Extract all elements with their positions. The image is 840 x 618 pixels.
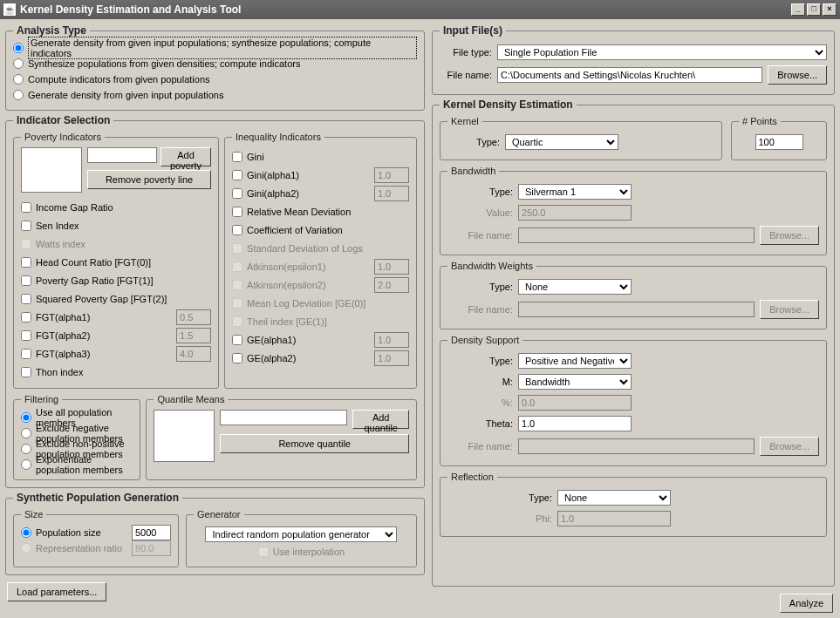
bww-browse-button: Browse... <box>760 300 819 319</box>
poverty-item-5[interactable]: Squared Poverty Gap [FGT(2)] <box>21 291 211 307</box>
maximize-button[interactable]: □ <box>807 3 821 16</box>
bw-value-label: Value: <box>447 207 513 218</box>
sup-filename-label: File name: <box>447 441 513 452</box>
add-quantile-button[interactable]: Add quantile <box>352 410 409 429</box>
pop-size-option[interactable]: Population size <box>21 525 171 540</box>
inequality-checkbox-4[interactable] <box>232 225 242 235</box>
analysis-option-0[interactable]: Generate density from given input popula… <box>13 40 417 56</box>
sup-m-select[interactable]: Bandwidth <box>518 374 632 390</box>
inequality-value-7 <box>374 277 409 293</box>
inequality-item-4[interactable]: Coefficient of Variation <box>232 222 409 238</box>
poverty-item-1[interactable]: Sen Index <box>21 218 211 234</box>
inequality-indicators-group: Inequality Indicators GiniGini(alpha1)Gi… <box>224 132 417 389</box>
filter-label-3: Exponentiate population members <box>36 454 133 475</box>
poverty-checkbox-1[interactable] <box>21 221 31 231</box>
poverty-checkbox-3[interactable] <box>21 257 31 268</box>
poverty-checkbox-6[interactable] <box>21 312 31 323</box>
analysis-radio-0[interactable] <box>13 43 24 53</box>
kernel-legend: Kernel <box>447 116 482 126</box>
indicator-selection-legend: Indicator Selection <box>13 114 113 126</box>
filter-option-3[interactable]: Exponentiate population members <box>21 457 133 472</box>
quantile-listbox[interactable] <box>154 410 215 462</box>
inequality-legend: Inequality Indicators <box>232 132 324 142</box>
pop-size-radio[interactable] <box>21 527 31 538</box>
poverty-label-0: Income Gap Ratio <box>36 202 113 213</box>
size-group: Size Population size Representation rati… <box>13 509 179 567</box>
load-parameters-button[interactable]: Load parameters... <box>7 582 106 601</box>
filtering-group: Filtering Use all population members Exc… <box>13 394 140 480</box>
inequality-item-5: Standard Deviation of Logs <box>232 241 409 256</box>
filter-radio-0[interactable] <box>21 412 31 423</box>
close-button[interactable]: × <box>823 3 837 16</box>
sup-type-label: Type: <box>447 356 513 366</box>
poverty-line-input[interactable] <box>87 147 157 163</box>
add-poverty-line-button[interactable]: Add poverty line <box>160 147 211 166</box>
file-name-input[interactable] <box>497 67 762 83</box>
minimize-button[interactable]: _ <box>791 3 805 16</box>
inequality-value-1 <box>374 167 409 183</box>
poverty-item-9[interactable]: Thon index <box>21 364 211 380</box>
inequality-item-0[interactable]: Gini <box>232 149 409 165</box>
filter-radio-3[interactable] <box>21 459 31 470</box>
inequality-checkbox-10[interactable] <box>232 335 242 345</box>
inequality-item-10[interactable]: GE(alpha1) <box>232 332 374 348</box>
inequality-checkbox-3[interactable] <box>232 207 242 217</box>
poverty-checkbox-9[interactable] <box>21 367 31 377</box>
inequality-item-11[interactable]: GE(alpha2) <box>232 350 374 366</box>
points-legend: # Points <box>739 116 781 126</box>
inequality-item-1[interactable]: Gini(alpha1) <box>232 167 374 183</box>
inequality-checkbox-9 <box>232 316 242 327</box>
poverty-item-7[interactable]: FGT(alpha2) <box>21 328 176 343</box>
sup-theta-input[interactable] <box>518 416 632 431</box>
poverty-checkbox-8[interactable] <box>21 349 31 359</box>
inequality-checkbox-11[interactable] <box>232 353 242 363</box>
inequality-checkbox-0[interactable] <box>232 152 242 162</box>
filter-radio-1[interactable] <box>21 428 31 438</box>
points-input[interactable] <box>755 134 803 150</box>
analysis-option-3[interactable]: Generate density from given input popula… <box>13 87 417 103</box>
density-support-group: Density Support Type: Positive and Negat… <box>440 335 827 466</box>
analysis-radio-3[interactable] <box>13 90 24 100</box>
analysis-radio-2[interactable] <box>13 74 24 85</box>
pop-size-input[interactable] <box>132 525 171 540</box>
refl-type-select[interactable]: None <box>557 490 671 506</box>
file-browse-button[interactable]: Browse... <box>768 65 827 85</box>
kde-legend: Kernel Density Estimation <box>440 98 577 111</box>
filter-radio-2[interactable] <box>21 444 31 454</box>
rep-ratio-label: Representation ratio <box>36 543 127 553</box>
refl-type-label: Type: <box>500 492 552 503</box>
analysis-radio-1[interactable] <box>13 58 24 69</box>
analysis-label-0: Generate density from given input popula… <box>28 37 417 59</box>
poverty-checkbox-4[interactable] <box>21 275 31 286</box>
kernel-type-select[interactable]: Quartic <box>505 134 618 150</box>
quantile-means-group: Quantile Means Add quantile Remove quant… <box>146 394 417 480</box>
inequality-checkbox-1[interactable] <box>232 170 242 180</box>
inequality-label-4: Coefficient of Variation <box>247 225 343 235</box>
inequality-checkbox-8 <box>232 298 242 309</box>
poverty-item-3[interactable]: Head Count Ratio [FGT(0)] <box>21 255 211 270</box>
poverty-item-6[interactable]: FGT(alpha1) <box>21 309 176 325</box>
kernel-group: Kernel Type: Quartic <box>440 116 722 160</box>
analyze-button[interactable]: Analyze <box>780 594 833 613</box>
generator-select[interactable]: Indirect random population generator <box>205 526 397 542</box>
inequality-item-2[interactable]: Gini(alpha2) <box>232 186 374 201</box>
bw-type-select[interactable]: Silverman 1 <box>518 184 632 200</box>
generator-legend: Generator <box>194 509 244 520</box>
poverty-item-0[interactable]: Income Gap Ratio <box>21 200 211 215</box>
poverty-item-8[interactable]: FGT(alpha3) <box>21 346 176 362</box>
file-type-select[interactable]: Single Population File <box>497 44 827 60</box>
poverty-checkbox-7[interactable] <box>21 330 31 341</box>
sup-type-select[interactable]: Positive and Negative <box>518 353 632 369</box>
poverty-line-listbox[interactable] <box>21 147 82 193</box>
poverty-item-4[interactable]: Poverty Gap Ratio [FGT(1)] <box>21 273 211 289</box>
quantile-input[interactable] <box>220 410 347 425</box>
bww-type-select[interactable]: None <box>518 279 632 295</box>
inequality-checkbox-2[interactable] <box>232 188 242 199</box>
poverty-checkbox-5[interactable] <box>21 294 31 304</box>
remove-poverty-line-button[interactable]: Remove poverty line <box>87 170 211 189</box>
inequality-value-6 <box>374 259 409 275</box>
remove-quantile-button[interactable]: Remove quantile <box>220 434 409 453</box>
poverty-checkbox-0[interactable] <box>21 202 31 213</box>
inequality-item-3[interactable]: Relative Mean Deviation <box>232 204 409 220</box>
analysis-option-2[interactable]: Compute indicators from given population… <box>13 71 417 87</box>
